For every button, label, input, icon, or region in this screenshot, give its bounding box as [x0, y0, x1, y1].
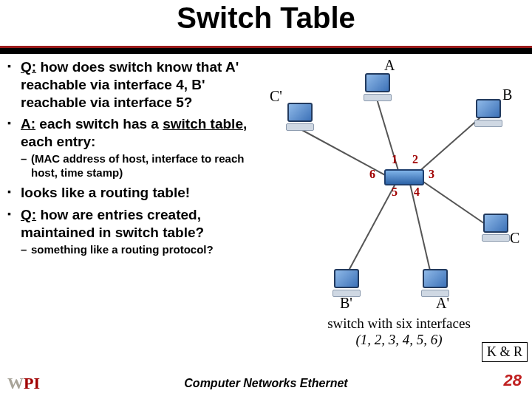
- host-b-label: B: [502, 86, 512, 103]
- sub-bullet-1: (MAC address of host, interface to reach…: [21, 152, 273, 180]
- content-row: Q: how does switch know that A' reachabl…: [0, 58, 532, 261]
- topology-lines: [273, 58, 525, 324]
- page-number: 28: [504, 371, 522, 390]
- divider-thick: [0, 48, 532, 54]
- port-1-label: 1: [392, 153, 398, 166]
- port-6-label: 6: [369, 168, 375, 181]
- bullet-column: Q: how does switch know that A' reachabl…: [7, 58, 273, 261]
- q2-label: Q:: [21, 207, 36, 222]
- diagram-area: A B C A' B' C' 1 2 3 4 5 6 switch with s…: [273, 58, 525, 261]
- sub-bullet-2: something like a routing protocol?: [21, 243, 273, 257]
- caption-line-1: switch with six interfaces: [281, 316, 517, 332]
- port-5-label: 5: [392, 185, 398, 199]
- footer: WPI Computer Networks Ethernet 28: [0, 372, 532, 395]
- bullet-q2: Q: how are entries created, maintained i…: [7, 206, 273, 256]
- a1-label: A:: [21, 116, 35, 132]
- footer-center-text: Computer Networks Ethernet: [0, 377, 532, 390]
- host-a-label: A: [384, 57, 395, 74]
- bullet-q1: Q: how does switch know that A' reachabl…: [7, 58, 273, 111]
- q2-text: how are entries created, maintained in s…: [21, 207, 204, 240]
- port-2-label: 2: [412, 153, 418, 166]
- bullet-3: looks like a routing table!: [7, 184, 273, 202]
- a1-text: each switch has a: [35, 116, 163, 132]
- switch-device-icon: [384, 169, 424, 185]
- page-title: Switch Table: [0, 0, 532, 46]
- host-c-label: C: [510, 230, 519, 247]
- bullet-a1: A: each switch has a switch table, each …: [7, 115, 273, 180]
- host-c-icon: [480, 214, 511, 240]
- host-b-icon: [473, 99, 504, 126]
- q1-text: how does switch know that A' reachable v…: [21, 59, 239, 110]
- svg-line-4: [344, 184, 395, 280]
- svg-line-1: [417, 117, 480, 173]
- host-bprime-icon: [331, 269, 362, 296]
- host-cprime-icon: [284, 103, 316, 129]
- port-4-label: 4: [414, 185, 420, 199]
- kr-box: K & R: [482, 342, 528, 362]
- port-3-label: 3: [429, 168, 434, 181]
- host-aprime-label: A': [436, 295, 449, 312]
- a1-emph: switch table: [163, 116, 243, 132]
- host-bprime-label: B': [340, 295, 352, 312]
- q1-label: Q:: [21, 59, 36, 75]
- host-cprime-label: C': [270, 88, 282, 105]
- host-a-icon: [362, 73, 393, 100]
- host-aprime-icon: [420, 269, 451, 296]
